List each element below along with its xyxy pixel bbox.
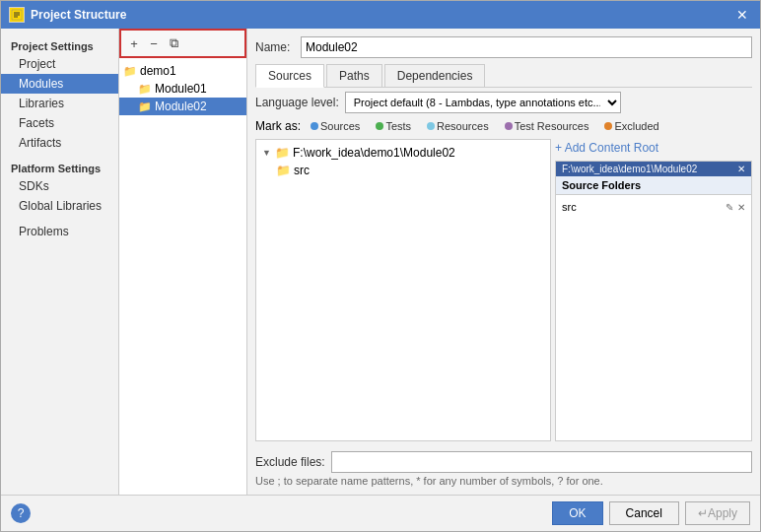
sidebar-item-modules[interactable]: Modules xyxy=(1,74,118,94)
excluded-dot xyxy=(604,122,612,130)
sources-dot xyxy=(311,122,318,130)
src-folder-icon: 📁 xyxy=(276,164,291,177)
platform-settings-label: Platform Settings xyxy=(1,159,118,176)
name-label: Name: xyxy=(255,40,295,54)
apply-button[interactable]: ↵Apply xyxy=(685,501,750,525)
mark-as-row: Mark as: Sources Tests Resources Test Re… xyxy=(255,119,752,133)
sidebar-item-problems[interactable]: Problems xyxy=(1,222,118,241)
tab-paths[interactable]: Paths xyxy=(326,64,382,87)
source-folder-item: src ✎ ✕ xyxy=(562,199,745,215)
exclude-row: Exclude files: xyxy=(255,451,752,473)
sidebar-item-global-libraries[interactable]: Global Libraries xyxy=(1,196,118,216)
sidebar-item-artifacts[interactable]: Artifacts xyxy=(1,133,118,153)
main-content: Name: Sources Paths Dependencies Languag… xyxy=(247,29,760,495)
title-bar: Project Structure ✕ xyxy=(1,1,760,29)
folder-icon-module02: 📁 xyxy=(138,100,152,113)
language-label: Language level: xyxy=(255,96,339,109)
title-bar-left: Project Structure xyxy=(9,7,126,23)
source-box-title: Source Folders xyxy=(556,176,751,195)
content-root-area: ▼ 📁 F:\work_idea\demo1\Module02 📁 src + … xyxy=(255,139,752,441)
sidebar-item-sdks[interactable]: SDKs xyxy=(1,176,118,196)
resources-dot xyxy=(427,122,435,130)
file-tree-src[interactable]: 📁 src xyxy=(260,162,546,179)
remove-module-button[interactable]: − xyxy=(145,34,163,52)
dialog-body: Project Settings Project Modules Librari… xyxy=(1,29,760,495)
mark-resources-button[interactable]: Resources xyxy=(421,119,495,133)
tree-toolbar: + − ⧉ xyxy=(119,29,246,58)
file-tree-panel: ▼ 📁 F:\work_idea\demo1\Module02 📁 src xyxy=(255,139,551,441)
mark-tests-button[interactable]: Tests xyxy=(370,119,417,133)
source-box-close-button[interactable]: ✕ xyxy=(737,164,745,174)
project-settings-label: Project Settings xyxy=(1,36,118,54)
exclude-section: Exclude files: Use ; to separate name pa… xyxy=(255,447,752,487)
footer-right: OK Cancel ↵Apply xyxy=(552,501,750,525)
tree-node-demo1[interactable]: 📁 demo1 xyxy=(119,62,246,80)
exclude-hint: Use ; to separate name patterns, * for a… xyxy=(255,475,752,487)
edit-source-folder-button[interactable]: ✎ xyxy=(726,202,733,213)
source-box-path: F:\work_idea\demo1\Module02 ✕ xyxy=(556,162,751,176)
test-resources-dot xyxy=(505,122,513,130)
name-input[interactable] xyxy=(301,36,752,58)
source-box: F:\work_idea\demo1\Module02 ✕ Source Fol… xyxy=(555,161,752,441)
file-tree-root[interactable]: ▼ 📁 F:\work_idea\demo1\Module02 xyxy=(260,144,546,162)
sidebar-item-project[interactable]: Project xyxy=(1,54,118,74)
chevron-down-icon: ▼ xyxy=(262,148,272,158)
dialog-footer: ? OK Cancel ↵Apply xyxy=(1,495,760,531)
mark-test-resources-button[interactable]: Test Resources xyxy=(499,119,595,133)
module-tree-panel: + − ⧉ 📁 demo1 📁 Module01 xyxy=(119,29,247,495)
tests-dot xyxy=(376,122,383,130)
language-select[interactable]: Project default (8 - Lambdas, type annot… xyxy=(345,92,621,113)
language-row: Language level: Project default (8 - Lam… xyxy=(255,92,752,113)
help-button[interactable]: ? xyxy=(11,503,31,523)
tree-node-module02[interactable]: 📁 Module02 xyxy=(119,98,246,115)
tab-dependencies[interactable]: Dependencies xyxy=(384,64,486,87)
add-content-root-button[interactable]: + Add Content Root xyxy=(555,139,752,157)
source-info-panel: + Add Content Root F:\work_idea\demo1\Mo… xyxy=(555,139,752,441)
tab-sources[interactable]: Sources xyxy=(255,64,324,88)
source-box-content: src ✎ ✕ xyxy=(556,195,751,219)
root-folder-icon: 📁 xyxy=(275,146,290,160)
mark-as-label: Mark as: xyxy=(255,119,301,133)
project-structure-dialog: Project Structure ✕ Project Settings Pro… xyxy=(0,0,761,532)
tabs-row: Sources Paths Dependencies xyxy=(255,64,752,88)
exclude-input[interactable] xyxy=(331,451,752,473)
dialog-title: Project Structure xyxy=(31,8,126,22)
tree-node-module01[interactable]: 📁 Module01 xyxy=(119,80,246,98)
footer-left: ? xyxy=(11,503,31,523)
sidebar-item-libraries[interactable]: Libraries xyxy=(1,94,118,113)
folder-icon-module01: 📁 xyxy=(138,83,152,96)
folder-icon-demo1: 📁 xyxy=(123,65,137,78)
module-tree: 📁 demo1 📁 Module01 📁 Module02 xyxy=(119,58,246,495)
cancel-button[interactable]: Cancel xyxy=(609,501,679,525)
source-folder-actions: ✎ ✕ xyxy=(726,202,745,213)
dialog-icon xyxy=(9,7,25,23)
ok-button[interactable]: OK xyxy=(552,501,602,525)
add-module-button[interactable]: + xyxy=(125,34,143,52)
name-row: Name: xyxy=(255,36,752,58)
exclude-label: Exclude files: xyxy=(255,455,325,469)
sidebar-item-facets[interactable]: Facets xyxy=(1,113,118,133)
copy-module-button[interactable]: ⧉ xyxy=(165,34,182,52)
mark-sources-button[interactable]: Sources xyxy=(305,119,366,133)
sidebar: Project Settings Project Modules Librari… xyxy=(1,29,119,495)
remove-source-folder-button[interactable]: ✕ xyxy=(737,202,745,213)
close-button[interactable]: ✕ xyxy=(732,7,752,23)
mark-excluded-button[interactable]: Excluded xyxy=(598,119,664,133)
